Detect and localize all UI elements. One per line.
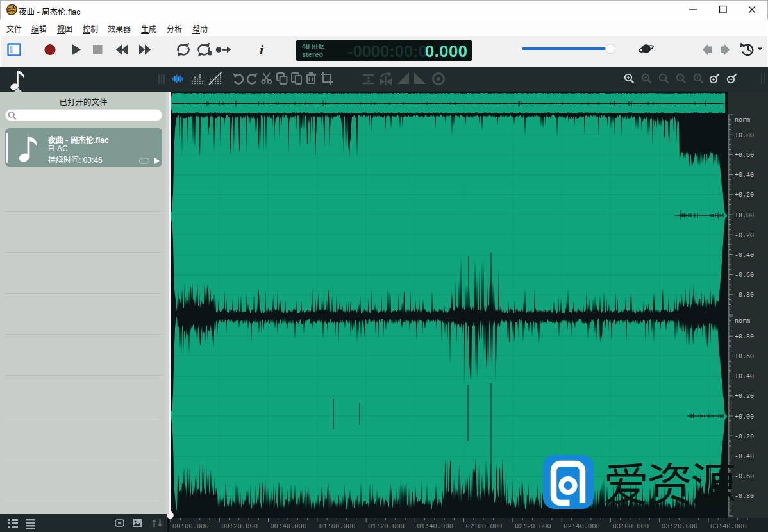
svg-text:00:00.000: 00:00.000 — [172, 522, 209, 530]
svg-text:+0.20: +0.20 — [735, 192, 754, 199]
svg-text:00:40.000: 00:40.000 — [271, 522, 307, 530]
svg-text:01:40.000: 01:40.000 — [417, 522, 453, 530]
svg-text:-0.20: -0.20 — [735, 232, 754, 239]
svg-text:01:00.000: 01:00.000 — [319, 522, 356, 530]
svg-text:norm: norm — [735, 117, 750, 124]
svg-text:+0.60: +0.60 — [735, 353, 754, 360]
svg-text:03:40.000: 03:40.000 — [710, 522, 747, 530]
svg-text:+0.80: +0.80 — [735, 333, 754, 340]
svg-text:-0.80: -0.80 — [735, 292, 754, 299]
svg-text:02:20.000: 02:20.000 — [515, 522, 551, 530]
svg-text:+0.00: +0.00 — [735, 413, 754, 420]
svg-text:-0.40: -0.40 — [735, 453, 754, 460]
svg-text:+0.00: +0.00 — [735, 212, 754, 219]
svg-text:+0.60: +0.60 — [735, 152, 754, 159]
svg-text:-0.60: -0.60 — [735, 473, 754, 480]
svg-text:03:00.000: 03:00.000 — [612, 522, 649, 530]
svg-text:1: 1 — [679, 76, 681, 80]
svg-text:03:20.000: 03:20.000 — [662, 522, 698, 530]
svg-text:-0.60: -0.60 — [735, 272, 754, 279]
svg-text:02:40.000: 02:40.000 — [563, 522, 600, 530]
svg-text:+0.20: +0.20 — [735, 393, 754, 400]
svg-text:-0.40: -0.40 — [735, 252, 754, 259]
svg-text:-0.80: -0.80 — [735, 493, 754, 500]
svg-text:+0.40: +0.40 — [735, 172, 754, 179]
svg-text:+0.40: +0.40 — [735, 373, 754, 380]
svg-text:02:00.000: 02:00.000 — [466, 522, 503, 530]
svg-text:+0.80: +0.80 — [735, 132, 754, 139]
svg-text:01:20.000: 01:20.000 — [368, 522, 405, 530]
svg-text:norm: norm — [735, 318, 750, 325]
svg-text:-0.20: -0.20 — [735, 433, 754, 440]
svg-text:i: i — [260, 42, 264, 58]
svg-text:00:20.000: 00:20.000 — [221, 522, 258, 530]
